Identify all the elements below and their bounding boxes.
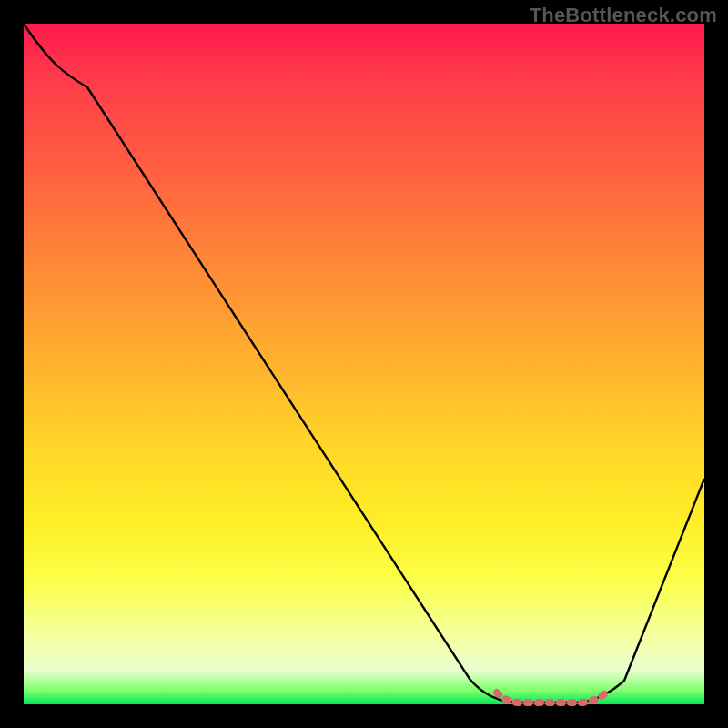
flat-region-marker (497, 693, 606, 703)
plot-area (24, 24, 704, 704)
chart-frame: TheBottleneck.com (0, 0, 728, 728)
watermark-text: TheBottleneck.com (530, 4, 717, 27)
curve-path (24, 24, 704, 703)
bottleneck-curve (24, 24, 704, 704)
